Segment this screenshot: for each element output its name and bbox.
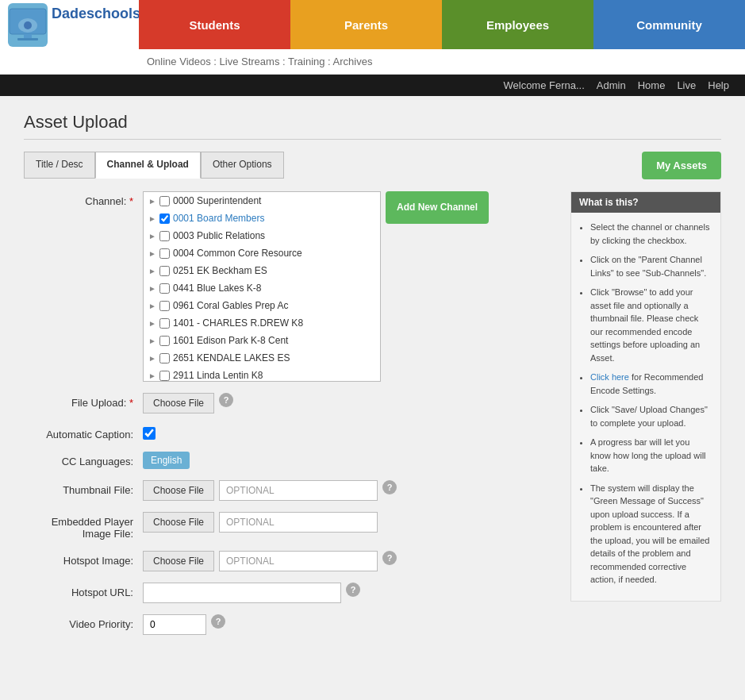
help-item: The system will display the "Green Messa…: [590, 482, 712, 587]
hotspot-image-filename: OPTIONAL: [219, 551, 378, 571]
help-list: Select the channel or channels by clicki…: [579, 221, 712, 587]
channel-item[interactable]: ► 2651 KENDALE LAKES ES: [144, 349, 380, 367]
auto-caption-label: Automatic Caption:: [24, 425, 143, 440]
dot3: [71, 31, 77, 37]
hotspot-image-control: Choose File OPTIONAL ?: [143, 551, 555, 571]
welcome-text: Welcome Ferna...: [503, 79, 584, 91]
home-link[interactable]: Home: [638, 79, 666, 91]
tab-title-desc[interactable]: Title / Desc: [24, 152, 95, 179]
choose-file-1-button[interactable]: Choose File: [143, 393, 214, 413]
hotspot-image-help-icon[interactable]: ?: [382, 551, 397, 565]
nav-employees[interactable]: Employees: [442, 0, 593, 49]
hotspot-url-help-icon[interactable]: ?: [346, 583, 360, 597]
cc-languages-control: English: [143, 452, 555, 469]
help-box: What is this? Select the channel or chan…: [570, 191, 721, 602]
nav-parents[interactable]: Parents: [290, 0, 442, 49]
svg-rect-3: [24, 34, 32, 38]
choose-file-4-button[interactable]: Choose File: [143, 551, 214, 571]
logo-text: Dadeschools TV: [52, 6, 140, 44]
channel-item[interactable]: ► 1401 - CHARLES R.DREW K8: [144, 314, 380, 332]
cc-languages-label: CC Languages:: [24, 452, 143, 467]
live-link[interactable]: Live: [677, 79, 696, 91]
encode-settings-link[interactable]: Click here: [590, 372, 629, 382]
channel-name: 1601 Edison Park K-8 Cent: [173, 335, 288, 346]
channel-arrow-icon: ►: [148, 214, 156, 223]
embedded-player-control: Choose File OPTIONAL: [143, 512, 555, 533]
auto-caption-checkbox-area: [143, 425, 156, 440]
channel-checkbox[interactable]: [159, 266, 170, 276]
video-priority-help-icon[interactable]: ?: [211, 614, 225, 629]
hotspot-image-label: Hotspot Image:: [24, 551, 143, 567]
add-channel-button[interactable]: Add New Channel: [386, 191, 489, 224]
tab-other-options[interactable]: Other Options: [201, 152, 284, 179]
channel-checkbox[interactable]: [159, 353, 170, 363]
nav-students[interactable]: Students: [139, 0, 290, 49]
top-header: Dadeschools TV Students Parents Employee…: [0, 0, 745, 49]
sub-header: Online Videos : Live Streams : Training …: [0, 49, 745, 75]
help-item: Click on the "Parent Channel Links" to s…: [590, 253, 712, 279]
channel-arrow-icon: ►: [148, 371, 156, 380]
help-item: A progress bar will let you know how lon…: [590, 436, 712, 475]
subtitle-text: Online Videos : Live Streams : Training …: [147, 56, 372, 67]
channel-checkbox[interactable]: [159, 283, 170, 294]
nav-community[interactable]: Community: [593, 0, 745, 49]
auto-caption-checkbox[interactable]: [143, 427, 156, 440]
channel-item[interactable]: ► 0961 Coral Gables Prep Ac: [144, 297, 380, 314]
channel-name: 0441 Blue Lakes K-8: [173, 283, 261, 294]
channel-checkbox[interactable]: [159, 336, 170, 346]
file-upload-control: Choose File ?: [143, 393, 555, 413]
channel-checkbox[interactable]: [159, 248, 170, 259]
brand-name: Dadeschools: [52, 6, 140, 22]
file-upload-help-icon[interactable]: ?: [219, 393, 233, 407]
channel-item[interactable]: ► 1601 Edison Park K-8 Cent: [144, 332, 380, 349]
hotspot-url-row: Hotspot URL: ?: [24, 583, 555, 603]
tab-channel-upload[interactable]: Channel & Upload: [95, 152, 201, 179]
page-title: Asset Upload: [24, 112, 721, 140]
channel-item[interactable]: ► 0251 EK Beckham ES: [144, 262, 380, 279]
channel-item[interactable]: ► 0001 Board Members: [144, 210, 380, 227]
choose-file-3-button[interactable]: Choose File: [143, 512, 214, 533]
thumbnail-help-icon[interactable]: ?: [382, 480, 397, 494]
main-content: Asset Upload Title / Desc Channel & Uplo…: [0, 96, 745, 662]
channel-checkbox[interactable]: [159, 318, 170, 329]
dot2: [61, 31, 67, 37]
channel-checkbox[interactable]: [159, 231, 170, 241]
choose-file-2-button[interactable]: Choose File: [143, 480, 214, 501]
file-upload-row: File Upload: * Choose File ?: [24, 393, 555, 413]
logo-area: Dadeschools TV: [0, 0, 139, 49]
file-upload-label: File Upload: *: [24, 393, 143, 409]
video-priority-input[interactable]: [143, 614, 206, 635]
channel-name: 0000 Superintendent: [173, 195, 261, 206]
channel-arrow-icon: ►: [148, 249, 156, 258]
hotspot-url-label: Hotspot URL:: [24, 583, 143, 598]
channel-checkbox[interactable]: [159, 301, 170, 311]
channel-name: 1401 - CHARLES R.DREW K8: [173, 317, 303, 329]
channel-item[interactable]: ► 2911 Linda Lentin K8: [144, 367, 380, 382]
help-link[interactable]: Help: [708, 79, 729, 91]
channel-checkbox[interactable]: [159, 213, 170, 224]
hotspot-url-input[interactable]: [143, 583, 341, 603]
help-item: Click here for Recommended Encode Settin…: [590, 371, 712, 397]
channel-name: 0001 Board Members: [173, 213, 264, 224]
channel-checkbox[interactable]: [159, 371, 170, 381]
channel-row: Channel: * ► 0000 Superintendent ► 0001 …: [24, 191, 555, 382]
thumbnail-filename: OPTIONAL: [219, 480, 378, 501]
embedded-player-filename: OPTIONAL: [219, 512, 378, 533]
channel-item[interactable]: ► 0004 Common Core Resource: [144, 244, 380, 262]
hotspot-url-control: ?: [143, 583, 555, 603]
admin-link[interactable]: Admin: [597, 79, 626, 91]
file-required: *: [129, 397, 133, 409]
channel-item[interactable]: ► 0003 Public Relations: [144, 227, 380, 244]
form-panel: Channel: * ► 0000 Superintendent ► 0001 …: [24, 191, 721, 646]
help-box-content: Select the channel or channels by clicki…: [571, 213, 720, 601]
form-left: Channel: * ► 0000 Superintendent ► 0001 …: [24, 191, 555, 646]
my-assets-button[interactable]: My Assets: [642, 152, 721, 179]
channel-item[interactable]: ► 0000 Superintendent: [144, 192, 380, 210]
thumbnail-control: Choose File OPTIONAL ?: [143, 480, 555, 501]
logo-tv-icon: [8, 3, 48, 47]
channel-checkbox[interactable]: [159, 196, 170, 206]
channel-list[interactable]: ► 0000 Superintendent ► 0001 Board Membe…: [143, 191, 381, 382]
channel-item[interactable]: ► 0441 Blue Lakes K-8: [144, 279, 380, 297]
auto-caption-row: Automatic Caption:: [24, 425, 555, 440]
cc-language-tag[interactable]: English: [143, 452, 190, 469]
